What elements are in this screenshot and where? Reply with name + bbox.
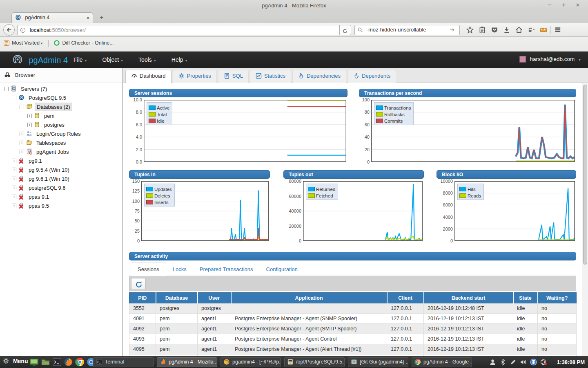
- expand-icon[interactable]: +: [27, 114, 32, 118]
- task-button[interactable]: Terminal: [93, 357, 154, 367]
- taskbar-menu-button[interactable]: Menu: [2, 358, 28, 364]
- tree-node-postgresql-9-6[interactable]: +postgreSQL 9.6: [2, 184, 122, 193]
- addon-icon[interactable]: [525, 25, 537, 35]
- tree-node-pg9-1[interactable]: +pg9.1: [2, 157, 122, 166]
- expand-icon[interactable]: +: [12, 159, 16, 163]
- tab-dependencies[interactable]: Dependencies: [292, 70, 346, 83]
- url-bar[interactable]: localhost:5050/browser/: [17, 25, 340, 35]
- table-row[interactable]: 4092pemagent1Postgres Enterprise Manager…: [129, 324, 577, 334]
- vertical-scrollbar[interactable]: [582, 83, 588, 356]
- user-menu[interactable]: harshal@edb.com ▾: [519, 56, 581, 63]
- collapse-icon[interactable]: −: [4, 87, 9, 91]
- task-button[interactable]: pgAdmin 4 - Mozilla ...: [157, 357, 217, 367]
- launcher-desktop-icon[interactable]: [29, 357, 39, 367]
- expand-icon[interactable]: +: [12, 186, 16, 190]
- menu-object[interactable]: Object▾: [102, 56, 123, 63]
- expand-icon[interactable]: +: [12, 168, 16, 172]
- reload-button[interactable]: [340, 25, 351, 35]
- column-header-pid[interactable]: PID: [129, 293, 156, 303]
- search-go-icon[interactable]: [449, 27, 455, 33]
- launcher-terminal-icon[interactable]: [52, 357, 62, 367]
- tray-shield-icon[interactable]: [530, 359, 537, 366]
- tree-node-pem[interactable]: +pem: [2, 112, 122, 121]
- tray-network-icon[interactable]: [540, 359, 547, 366]
- star-icon[interactable]: [464, 25, 476, 35]
- launcher-folder-icon[interactable]: [41, 357, 50, 367]
- tray-volume-icon[interactable]: [520, 359, 527, 366]
- new-tab-button[interactable]: +: [96, 14, 107, 22]
- tree-node-login-group-roles[interactable]: +Login/Group Roles: [2, 130, 122, 139]
- column-header-waiting-[interactable]: Waiting?: [538, 293, 577, 303]
- table-row[interactable]: 3552postgrespostgres127.0.0.12016-12-19 …: [129, 303, 577, 314]
- expand-icon[interactable]: +: [12, 177, 16, 181]
- tray-pen-icon[interactable]: [510, 359, 517, 366]
- column-header-backend-start[interactable]: Backend start: [424, 293, 513, 303]
- tab-dependents[interactable]: Dependents: [347, 70, 396, 83]
- column-header-database[interactable]: Database: [156, 293, 198, 303]
- refresh-button[interactable]: [131, 278, 146, 290]
- hamburger-icon[interactable]: [552, 25, 564, 35]
- tree-node-postgresql-9-5[interactable]: −PostgreSQL 9.5: [2, 94, 122, 103]
- tab-close-icon[interactable]: ×: [86, 15, 89, 21]
- collapse-icon[interactable]: −: [20, 105, 24, 109]
- expand-icon[interactable]: +: [12, 195, 16, 199]
- expand-icon[interactable]: +: [12, 204, 16, 208]
- expand-icon[interactable]: +: [20, 132, 24, 136]
- tray-bluetooth-icon[interactable]: [499, 359, 506, 366]
- tree-node-servers-7[interactable]: −Servers (7): [2, 85, 122, 94]
- clipboard-icon[interactable]: [476, 25, 488, 35]
- y-tick-label: 125: [132, 188, 140, 193]
- minimize-button[interactable]: −: [543, 1, 556, 8]
- tab-configuration[interactable]: Configuration: [260, 263, 304, 276]
- tree-node-pgagent-jobs[interactable]: +pgAgent Jobs: [2, 148, 122, 157]
- tab-dashboard[interactable]: Dashboard: [125, 70, 172, 83]
- table-row[interactable]: 4093pemagent1Postgres Enterprise Manager…: [129, 334, 577, 344]
- menu-tools[interactable]: Tools▾: [138, 56, 156, 63]
- menu-help[interactable]: Help▾: [172, 56, 187, 63]
- home-icon[interactable]: [513, 25, 525, 35]
- launcher-firefox-icon[interactable]: [64, 357, 73, 367]
- tab-statistics[interactable]: Statistics: [250, 70, 291, 83]
- search-bar[interactable]: -moz-hidden-unscrollable: [354, 25, 460, 35]
- tree-node-postgres[interactable]: +postgres: [2, 121, 122, 130]
- expand-icon[interactable]: +: [20, 150, 24, 154]
- tab-prepared-transactions[interactable]: Prepared Transactions: [193, 263, 260, 276]
- tab-sql[interactable]: SQL: [218, 70, 249, 83]
- close-button[interactable]: ×: [572, 1, 584, 8]
- back-button[interactable]: [3, 24, 15, 36]
- tray-user-icon[interactable]: [489, 359, 496, 366]
- measure-icon[interactable]: [537, 25, 550, 35]
- maximize-button[interactable]: +: [558, 1, 570, 8]
- task-button[interactable]: /opt/PostgreSQL/9.5...: [284, 357, 345, 367]
- scrollbar-thumb[interactable]: [583, 85, 587, 265]
- bookmark-item[interactable]: Most Visited▾: [3, 40, 42, 46]
- launcher-chrome-icon[interactable]: [75, 357, 85, 367]
- bookmark-item[interactable]: Diff Checker - Online...: [53, 40, 114, 46]
- column-header-state[interactable]: State: [513, 293, 538, 303]
- collapse-icon[interactable]: −: [12, 96, 16, 100]
- table-row[interactable]: 4095pemagent1Postgres Enterprise Manager…: [129, 344, 577, 355]
- browser-tab-pgadmin[interactable]: pgAdmin 4 ×: [11, 12, 93, 23]
- tree-node-pg-9-6-1-win-10[interactable]: +pg 9.6.1 (Win 10): [2, 175, 122, 184]
- tab-properties[interactable]: Properties: [173, 70, 217, 83]
- column-header-application[interactable]: Application: [231, 293, 387, 303]
- task-button[interactable]: [Git Gui (pgadmin4) ...: [348, 357, 408, 367]
- download-icon[interactable]: [501, 25, 513, 35]
- pocket-icon[interactable]: [488, 25, 501, 35]
- column-header-user[interactable]: User: [198, 293, 231, 303]
- info-icon[interactable]: [20, 27, 26, 33]
- tab-sessions[interactable]: Sessions: [131, 263, 166, 276]
- task-button[interactable]: pgAdmin 4 - Google ...: [412, 357, 472, 367]
- menu-file[interactable]: File▾: [74, 56, 87, 63]
- tab-locks[interactable]: Locks: [166, 263, 193, 276]
- tree-node-tablespaces[interactable]: +Tablespaces: [2, 139, 122, 148]
- expand-icon[interactable]: +: [20, 141, 24, 145]
- table-row[interactable]: 4091pemagent1Postgres Enterprise Manager…: [129, 314, 577, 324]
- task-button[interactable]: pgadmin4 - [~/PRJ/p...: [220, 357, 281, 367]
- tree-node-pg-9-5-4-win-10[interactable]: +pg 9.5.4 (Win 10): [2, 166, 122, 175]
- tree-node-ppas-9-5[interactable]: +ppas 9.5: [2, 202, 122, 211]
- tree-node-ppas-9-1[interactable]: +ppas 9.1: [2, 193, 122, 202]
- tree-node-databases-2[interactable]: −Databases (2): [2, 103, 122, 112]
- column-header-client[interactable]: Client: [387, 293, 424, 303]
- expand-icon[interactable]: +: [27, 123, 32, 127]
